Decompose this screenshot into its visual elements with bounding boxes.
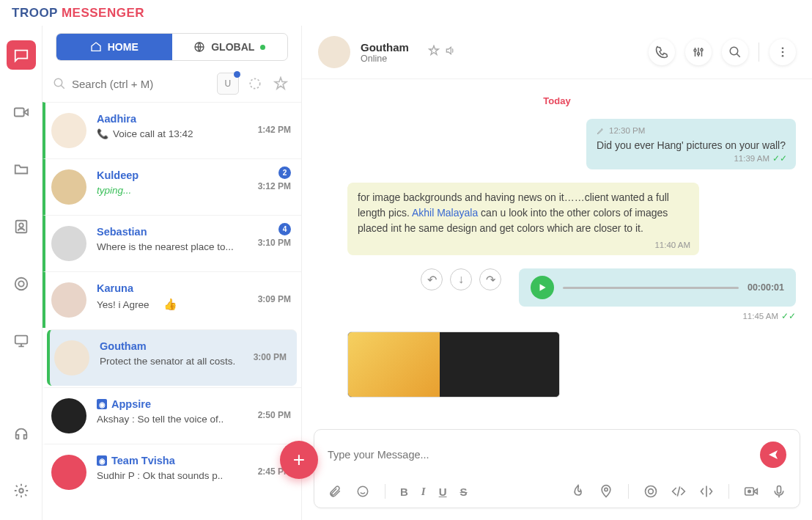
nav-settings-icon[interactable]	[7, 476, 36, 505]
attach-icon[interactable]	[328, 484, 342, 499]
message-sent: 12:30 PM Did you ever Hang' pictures on …	[318, 119, 796, 169]
italic-button[interactable]: I	[421, 486, 426, 498]
call-button[interactable]	[649, 39, 675, 65]
message-text: Did you ever Hang' pictures on your wall…	[597, 138, 786, 153]
avatar	[51, 398, 86, 433]
list-item[interactable]: Kuldeeptyping... 2 3:12 PM	[43, 158, 301, 215]
message-time: 11:40 AM	[654, 241, 690, 249]
waveform[interactable]	[563, 287, 739, 289]
burnout-icon[interactable]	[571, 484, 586, 499]
nav-video-icon[interactable]	[7, 98, 36, 127]
svg-rect-0	[14, 109, 23, 117]
svg-point-19	[646, 486, 657, 497]
svg-point-2	[19, 223, 23, 227]
location-icon[interactable]	[599, 484, 613, 499]
new-chat-fab[interactable]: +	[280, 441, 318, 479]
forkout-icon[interactable]	[699, 484, 714, 499]
pencil-icon	[597, 127, 605, 135]
nav-folder-icon[interactable]	[7, 155, 36, 184]
search-box[interactable]	[53, 77, 211, 90]
filter-icon[interactable]	[245, 73, 265, 94]
svg-point-11	[698, 53, 700, 55]
nav-headset-icon[interactable]	[7, 419, 36, 448]
svg-point-22	[748, 490, 750, 492]
svg-point-3	[15, 278, 27, 290]
contact-name: Goutham	[100, 340, 288, 352]
message-received: for image backgrounds and having news on…	[318, 183, 796, 255]
forward-icon[interactable]: ↷	[479, 268, 501, 290]
thumb-icon: 👍	[163, 298, 177, 311]
nav-monitor-icon[interactable]	[7, 326, 36, 356]
nav-contacts-icon[interactable]	[7, 212, 36, 241]
emoji-icon[interactable]	[355, 484, 370, 499]
message-text: for image backgrounds and having news on…	[358, 190, 689, 236]
download-icon[interactable]: ↓	[450, 268, 472, 290]
chat-body: Today 12:30 PM Did you ever Hang' pictur…	[302, 79, 812, 429]
nav-arrows: ↶ ↓ ↷	[421, 268, 501, 290]
svg-point-13	[730, 47, 738, 55]
settings-button[interactable]	[685, 39, 712, 65]
volume-icon[interactable]	[444, 45, 456, 59]
message-time: 11:45 AM✓✓	[742, 311, 796, 321]
contact-avatar[interactable]	[318, 36, 350, 68]
list-item[interactable]: ◉AppsireAkshay : So tell the voice of.. …	[43, 387, 301, 444]
favorite-icon[interactable]	[428, 45, 440, 59]
list-item[interactable]: ◉Team TvishaSudhir P : Ok that sounds p.…	[43, 444, 301, 500]
list-item[interactable]: Aadhira📞Voice call at 13:42 1:42 PM	[43, 102, 301, 158]
contact-name: Karuna	[97, 282, 292, 294]
svg-point-16	[782, 55, 784, 57]
composer: B I U S	[314, 429, 800, 508]
list-item[interactable]: KarunaYes! i Agree 👍 3:09 PM	[43, 271, 301, 328]
list-item[interactable]: SebastianWhere is the nearest place to..…	[43, 215, 301, 271]
day-label: Today	[318, 94, 796, 107]
star-icon[interactable]	[270, 73, 291, 94]
check-icon: ✓✓	[772, 153, 787, 164]
nav-chat-icon[interactable]	[7, 40, 36, 70]
search-input[interactable]	[72, 78, 211, 90]
chat-header: Goutham Online	[302, 26, 812, 79]
avatar	[51, 226, 86, 261]
svg-point-6	[19, 488, 23, 493]
unread-filter-button[interactable]: U	[217, 73, 239, 95]
message-input[interactable]	[328, 449, 760, 461]
contact-name: Aadhira	[97, 113, 292, 125]
code-icon[interactable]	[671, 484, 686, 499]
voice-message[interactable]: 00:00:01	[519, 268, 796, 307]
tab-home[interactable]: HOME	[56, 34, 172, 60]
conversation-list: Aadhira📞Voice call at 13:42 1:42 PM Kuld…	[43, 102, 301, 520]
send-button[interactable]	[760, 442, 786, 468]
play-button[interactable]	[531, 276, 554, 299]
search-chat-button[interactable]	[722, 39, 748, 65]
contact-name: ◉Team Tvisha	[97, 455, 292, 466]
chatlist-panel: HOME GLOBAL U Aadhira📞Voice call at 13:4…	[42, 26, 302, 520]
tab-global[interactable]: GLOBAL	[172, 34, 288, 60]
list-item[interactable]: GouthamProtect the senator at all costs.…	[47, 329, 297, 386]
strike-button[interactable]: S	[460, 486, 468, 498]
svg-rect-23	[778, 486, 781, 494]
avatar	[54, 340, 89, 376]
reply-icon[interactable]: ↶	[421, 268, 443, 290]
chat-name: Goutham	[361, 41, 409, 54]
record-icon[interactable]	[643, 484, 658, 499]
svg-point-12	[701, 49, 703, 51]
svg-point-18	[605, 488, 608, 491]
timestamp: 1:42 PM	[258, 125, 291, 135]
mic-icon[interactable]	[772, 484, 786, 499]
timestamp: 3:12 PM	[258, 181, 291, 191]
nav-circle-icon[interactable]	[7, 269, 36, 299]
logo: TROOP MESSENGER	[12, 6, 800, 21]
mention[interactable]: Akhil Malayala	[412, 207, 478, 219]
chat-pane: Goutham Online Today	[302, 26, 812, 520]
svg-point-9	[250, 78, 259, 88]
more-button[interactable]	[769, 39, 796, 65]
underline-button[interactable]: U	[439, 486, 447, 498]
bold-button[interactable]: B	[400, 486, 408, 498]
call-icon: 📞	[97, 128, 108, 139]
check-icon: ✓✓	[781, 311, 796, 321]
tabs: HOME GLOBAL	[56, 33, 288, 61]
timestamp: 3:09 PM	[258, 294, 291, 304]
message-time: 11:39 AM✓✓	[734, 153, 787, 164]
image-attachment[interactable]	[347, 332, 560, 398]
avatar	[51, 282, 86, 318]
video-record-icon[interactable]	[744, 484, 759, 499]
